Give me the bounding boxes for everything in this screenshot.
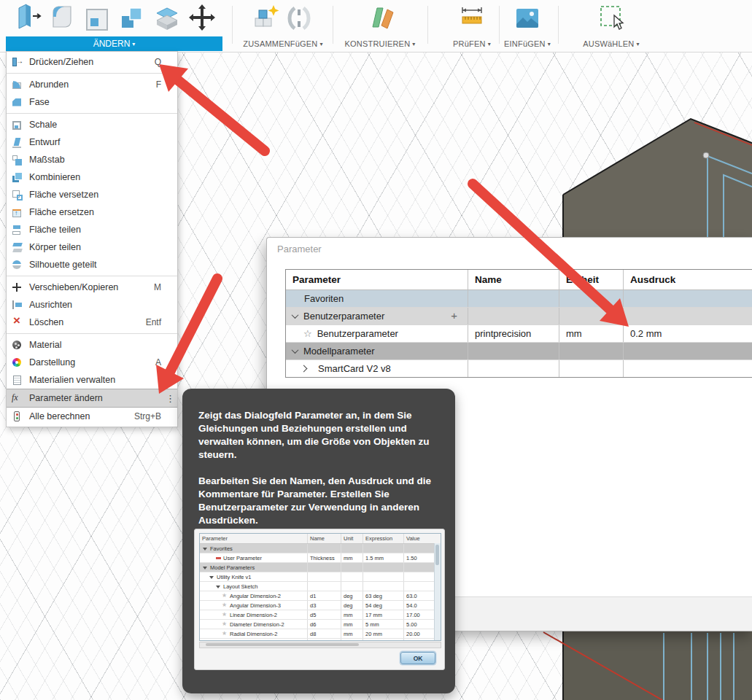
model-body-face-lower (563, 631, 752, 700)
table-row-favorites[interactable]: Favoriten (286, 290, 752, 308)
menu-item-label: Kombinieren (29, 172, 155, 182)
menu-item-label: Verschieben/Kopieren (29, 282, 148, 292)
chevron-right-icon[interactable] (301, 365, 308, 373)
select-dropdown-label[interactable]: AUSWäHLEN (583, 39, 634, 48)
table-row-user-parameters-group[interactable]: Benutzerparameter + (286, 308, 752, 325)
table-row-model-parameters-group[interactable]: Modellparameter (286, 343, 752, 360)
main-toolbar: ÄNDERN▾ ZUSAMMENFüGEN▾ (0, 0, 752, 52)
star-icon (222, 631, 228, 637)
manage-materials-icon (11, 374, 23, 386)
press-pull-icon[interactable] (11, 2, 43, 34)
parameter-name-cell[interactable]: printprecision (468, 325, 559, 342)
inspect-dropdown-label[interactable]: PRüFEN (453, 39, 486, 48)
menu-item-label: Körper teilen (29, 242, 155, 252)
joint-icon[interactable] (284, 2, 316, 34)
align-icon (11, 299, 23, 311)
menu-item[interactable]: Entwurf (7, 133, 177, 151)
parameter-unit-cell[interactable]: mm (559, 325, 624, 342)
menu-item[interactable]: Maßstab (7, 151, 177, 168)
tri-icon (209, 640, 215, 642)
menu-item[interactable]: Parameter ändern ⋮ (7, 389, 177, 408)
fillet-icon (11, 79, 23, 91)
menu-item-label: Fase (29, 97, 155, 107)
group-label: Modellparameter (303, 346, 375, 357)
menu-item-label: Schale (29, 120, 155, 130)
tri-icon (209, 574, 215, 580)
menu-item[interactable]: Fläche ersetzen (7, 203, 177, 221)
toolbar-divider (333, 6, 333, 44)
chevron-down-icon: ▾ (548, 41, 551, 47)
table-row-user-parameter[interactable]: ☆ Benutzerparameter printprecision mm 0.… (286, 325, 752, 343)
mini-table-row: Layout Sketch (200, 582, 441, 591)
fillet-icon[interactable] (46, 2, 78, 34)
move-icon[interactable] (186, 2, 218, 34)
combine-icon[interactable] (116, 2, 148, 34)
menu-item-label: Darstellung (29, 357, 150, 368)
mini-table-row: Diameter Dimension-2 d6 mm 5 mm 5.00 (200, 620, 441, 629)
menu-item[interactable]: Ausrichten (7, 296, 177, 314)
measure-icon[interactable] (456, 2, 488, 34)
modify-dropdown-label: ÄNDERN (93, 39, 131, 49)
insert-image-icon[interactable] (511, 2, 543, 34)
menu-item[interactable]: Drücken/Ziehen Q (7, 53, 177, 71)
mini-table-row: Angular Dimension-3 d3 deg 54 deg 54.0 (200, 601, 441, 610)
favorite-star-icon[interactable]: ☆ (303, 328, 312, 339)
construction-plane-icon[interactable] (364, 2, 396, 34)
assemble-dropdown-label[interactable]: ZUSAMMENFüGEN (243, 39, 317, 48)
chevron-down-icon: ▾ (488, 41, 491, 47)
group-label: Benutzerparameter (303, 311, 384, 322)
menu-item[interactable]: Verschieben/Kopieren M (7, 279, 177, 296)
menu-item[interactable]: Kombinieren (7, 168, 177, 186)
menu-item-label: Parameter ändern (29, 393, 152, 403)
construct-dropdown-label[interactable]: KONSTRUIEREN (344, 39, 410, 48)
menu-item[interactable]: Abrunden F (7, 76, 177, 93)
toolbar-group-assemble: ZUSAMMENFüGEN▾ (243, 0, 323, 52)
new-component-icon[interactable] (250, 2, 282, 34)
table-row-smartcard[interactable]: SmartCard V2 v8 (286, 360, 752, 377)
mini-table-row: Utility Knife v1 (200, 572, 441, 582)
fusion360-window: ÄNDERN▾ ZUSAMMENFüGEN▾ (0, 0, 752, 700)
draft-icon (11, 136, 23, 149)
chevron-down-icon[interactable] (292, 311, 299, 319)
toolbar-group-insert: EINFüGEN▾ (503, 0, 551, 52)
chevron-down-icon: ▾ (132, 41, 135, 47)
mini-table-row: Angular Dimension-2 d1 deg 63 deg 63.0 (200, 591, 441, 601)
menu-item[interactable]: Fläche versetzen (7, 186, 177, 203)
kebab-menu-icon[interactable]: ⋮ (166, 393, 173, 404)
menu-item[interactable]: Fläche teilen (7, 221, 177, 238)
sketch-point[interactable] (703, 152, 709, 158)
menu-item-label: Fläche ersetzen (29, 207, 155, 217)
split-body-icon (11, 241, 23, 254)
menu-item[interactable]: Körper teilen (7, 238, 177, 256)
insert-dropdown-label[interactable]: EINFüGEN (504, 39, 546, 48)
fx-icon (11, 392, 23, 405)
menu-item[interactable]: Schale (7, 116, 177, 133)
menu-item-label: Entwurf (29, 137, 155, 147)
chevron-down-icon[interactable] (292, 346, 299, 354)
shell-icon[interactable] (81, 2, 113, 34)
menu-item-shortcut: M (154, 282, 173, 292)
menu-item[interactable]: Fase (7, 93, 177, 111)
menu-item[interactable]: Alle berechnen Strg+B (7, 408, 177, 425)
menu-item[interactable]: Materialien verwalten (7, 371, 177, 389)
parameter-expression-cell[interactable]: 0.2 mm (624, 325, 752, 342)
menu-item[interactable]: Löschen Entf (7, 314, 177, 331)
add-parameter-button[interactable]: + (451, 309, 457, 322)
replace-face-icon (11, 206, 23, 219)
toolbar-group-inspect: PRüFEN▾ (438, 0, 506, 52)
mini-table-header: Parameter Name Unit Expression Value (200, 534, 441, 544)
menu-item[interactable]: Silhouette geteilt (7, 256, 177, 273)
chevron-down-icon: ▾ (412, 41, 415, 47)
chamfer-icon (11, 96, 23, 109)
mini-vertical-scrollbar (434, 543, 441, 640)
menu-item[interactable]: Darstellung A (7, 354, 177, 371)
combine-icon (11, 171, 23, 184)
modify-dropdown-button[interactable]: ÄNDERN▾ (6, 36, 222, 51)
delete-icon (11, 316, 23, 329)
star-icon (222, 612, 228, 618)
menu-item[interactable]: Material (7, 336, 177, 354)
selection-box-icon[interactable] (595, 2, 627, 34)
menu-item-label: Silhouette geteilt (29, 260, 155, 270)
split-body-icon[interactable] (151, 2, 183, 34)
appearance-icon (11, 357, 23, 369)
